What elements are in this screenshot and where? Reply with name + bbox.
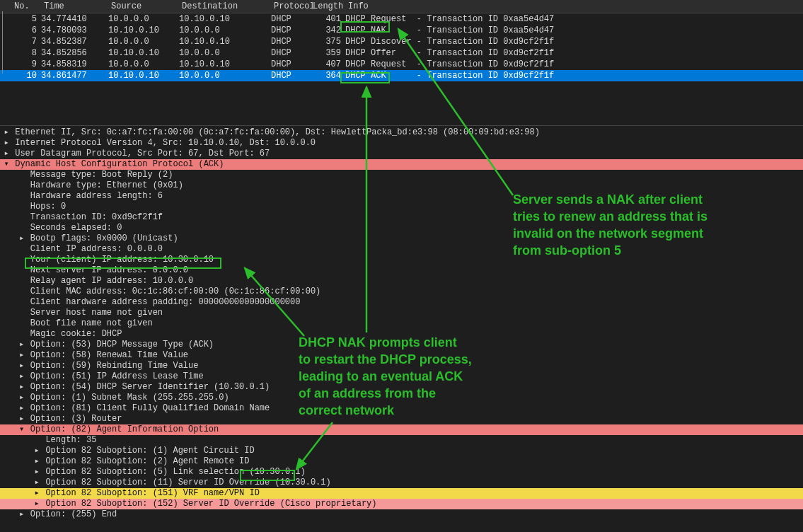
col-header-length[interactable]: Length <box>310 1 345 11</box>
packet-row[interactable]: 1034.86147710.10.0.1010.0.0.0DHCP364DHCP… <box>0 70 803 81</box>
expand-arrow-icon[interactable]: ▸ <box>18 382 25 393</box>
detail-line[interactable]: ▸ Option 82 Suboption: (11) Server ID Ov… <box>0 478 803 488</box>
expand-arrow-icon[interactable]: ▸ <box>3 138 10 149</box>
packet-row[interactable]: 834.85285610.10.0.1010.0.0.0DHCP359DHCP … <box>0 47 803 59</box>
expand-arrow-icon <box>33 435 40 446</box>
detail-line[interactable]: ▸ Option: (59) Rebinding Time Value <box>0 361 803 371</box>
conversation-bracket <box>2 11 11 74</box>
expand-arrow-icon <box>18 180 25 191</box>
expand-arrow-icon[interactable]: ▸ <box>18 371 25 382</box>
packet-list-pane[interactable]: No. Time Source Destination Protocol Len… <box>0 0 803 126</box>
detail-line[interactable]: ▾ Dynamic Host Configuration Protocol (A… <box>0 159 803 170</box>
detail-line[interactable]: ▸ User Datagram Protocol, Src Port: 67, … <box>0 149 803 159</box>
expand-arrow-icon <box>18 170 25 180</box>
detail-line[interactable]: ▸ Option: (58) Renewal Time Value <box>0 350 803 361</box>
detail-line[interactable]: ▸ Option: (51) IP Address Lease Time <box>0 371 803 382</box>
expand-arrow-icon <box>18 287 25 297</box>
detail-line[interactable]: ▸ Option 82 Suboption: (151) VRF name/VP… <box>0 488 803 499</box>
detail-line[interactable]: Next server IP address: 0.0.0.0 <box>0 265 803 276</box>
col-header-info[interactable]: Info <box>345 1 803 11</box>
expand-arrow-icon <box>18 223 25 233</box>
detail-line[interactable]: Transaction ID: 0xd9cf2f1f <box>0 212 803 223</box>
expand-arrow-icon[interactable]: ▸ <box>33 499 40 509</box>
packet-row[interactable]: 734.85238710.0.0.010.10.0.10DHCP375DHCP … <box>0 36 803 47</box>
detail-line[interactable]: ▸ Bootp flags: 0x0000 (Unicast) <box>0 233 803 244</box>
detail-line[interactable]: Boot file name not given <box>0 318 803 329</box>
expand-arrow-icon <box>18 265 25 276</box>
detail-line[interactable]: ▾ Option: (82) Agent Information Option <box>0 424 803 435</box>
expand-arrow-icon[interactable]: ▸ <box>33 446 40 456</box>
detail-line[interactable]: Magic cookie: DHCP <box>0 329 803 340</box>
expand-arrow-icon <box>18 191 25 202</box>
col-header-destination[interactable]: Destination <box>179 1 271 11</box>
expand-arrow-icon[interactable]: ▸ <box>18 340 25 350</box>
expand-arrow-icon[interactable]: ▸ <box>3 149 10 159</box>
detail-line[interactable]: ▸ Option: (81) Client Fully Qualified Do… <box>0 403 803 414</box>
detail-line[interactable]: Client hardware address padding: 0000000… <box>0 297 803 308</box>
detail-line[interactable]: Your (client) IP address: 10.30.0.10 <box>0 255 803 265</box>
detail-line[interactable]: ▸ Ethernet II, Src: 0c:a7:fc:fa:00:00 (0… <box>0 127 803 138</box>
expand-arrow-icon[interactable]: ▸ <box>18 233 25 244</box>
detail-line[interactable]: Message type: Boot Reply (2) <box>0 170 803 180</box>
expand-arrow-icon[interactable]: ▸ <box>18 403 25 414</box>
detail-line[interactable]: Client IP address: 0.0.0.0 <box>0 244 803 255</box>
detail-line[interactable]: ▸ Option 82 Suboption: (152) Server ID O… <box>0 499 803 509</box>
col-header-protocol[interactable]: Protocol <box>271 1 310 11</box>
expand-arrow-icon <box>18 297 25 308</box>
detail-line[interactable]: ▸ Option 82 Suboption: (2) Agent Remote … <box>0 456 803 467</box>
packet-list-header: No. Time Source Destination Protocol Len… <box>0 0 803 13</box>
expand-arrow-icon <box>18 255 25 265</box>
packet-details-pane[interactable]: ▸ Ethernet II, Src: 0c:a7:fc:fa:00:00 (0… <box>0 126 803 521</box>
col-header-source[interactable]: Source <box>108 1 179 11</box>
expand-arrow-icon[interactable]: ▸ <box>18 361 25 371</box>
expand-arrow-icon <box>18 276 25 287</box>
expand-arrow-icon[interactable]: ▸ <box>3 127 10 138</box>
detail-line[interactable]: Hardware type: Ethernet (0x01) <box>0 180 803 191</box>
expand-arrow-icon <box>18 308 25 318</box>
detail-line[interactable]: ▸ Internet Protocol Version 4, Src: 10.1… <box>0 138 803 149</box>
detail-line[interactable]: Server host name not given <box>0 308 803 318</box>
expand-arrow-icon[interactable]: ▸ <box>33 467 40 478</box>
detail-line[interactable]: Seconds elapsed: 0 <box>0 223 803 233</box>
detail-line[interactable]: Relay agent IP address: 10.0.0.0 <box>0 276 803 287</box>
detail-line[interactable]: ▸ Option: (1) Subnet Mask (255.255.255.0… <box>0 393 803 403</box>
expand-arrow-icon <box>18 318 25 329</box>
expand-arrow-icon[interactable]: ▸ <box>18 509 25 520</box>
expand-arrow-icon[interactable]: ▾ <box>18 424 25 435</box>
expand-arrow-icon[interactable]: ▸ <box>18 350 25 361</box>
expand-arrow-icon[interactable]: ▾ <box>3 159 10 170</box>
expand-arrow-icon[interactable]: ▸ <box>18 414 25 424</box>
detail-line[interactable]: ▸ Option 82 Suboption: (5) Link selectio… <box>0 467 803 478</box>
expand-arrow-icon <box>18 244 25 255</box>
expand-arrow-icon[interactable]: ▸ <box>18 393 25 403</box>
detail-line[interactable]: Hardware address length: 6 <box>0 191 803 202</box>
detail-line[interactable]: Client MAC address: 0c:1c:86:cf:00:00 (0… <box>0 287 803 297</box>
expand-arrow-icon <box>18 202 25 212</box>
packet-row[interactable]: 634.78009310.10.0.1010.0.0.0DHCP342DHCP … <box>0 25 803 36</box>
col-header-time[interactable]: Time <box>41 1 108 11</box>
detail-line[interactable]: ▸ Option: (53) DHCP Message Type (ACK) <box>0 340 803 350</box>
packet-row[interactable]: 534.77441010.0.0.010.10.0.10DHCP401DHCP … <box>0 13 803 25</box>
expand-arrow-icon <box>18 329 25 340</box>
expand-arrow-icon[interactable]: ▸ <box>33 478 40 488</box>
detail-line[interactable]: ▸ Option 82 Suboption: (1) Agent Circuit… <box>0 446 803 456</box>
detail-line[interactable]: Hops: 0 <box>0 202 803 212</box>
detail-line[interactable]: ▸ Option: (255) End <box>0 509 803 520</box>
detail-line[interactable]: ▸ Option: (3) Router <box>0 414 803 424</box>
expand-arrow-icon[interactable]: ▸ <box>33 456 40 467</box>
col-header-no[interactable]: No. <box>0 1 41 11</box>
packet-rows: 534.77441010.0.0.010.10.0.10DHCP401DHCP … <box>0 13 803 81</box>
expand-arrow-icon[interactable]: ▸ <box>33 488 40 499</box>
detail-line[interactable]: Length: 35 <box>0 435 803 446</box>
detail-line[interactable]: ▸ Option: (54) DHCP Server Identifier (1… <box>0 382 803 393</box>
packet-row[interactable]: 934.85831910.0.0.010.10.0.10DHCP407DHCP … <box>0 59 803 70</box>
expand-arrow-icon <box>18 212 25 223</box>
